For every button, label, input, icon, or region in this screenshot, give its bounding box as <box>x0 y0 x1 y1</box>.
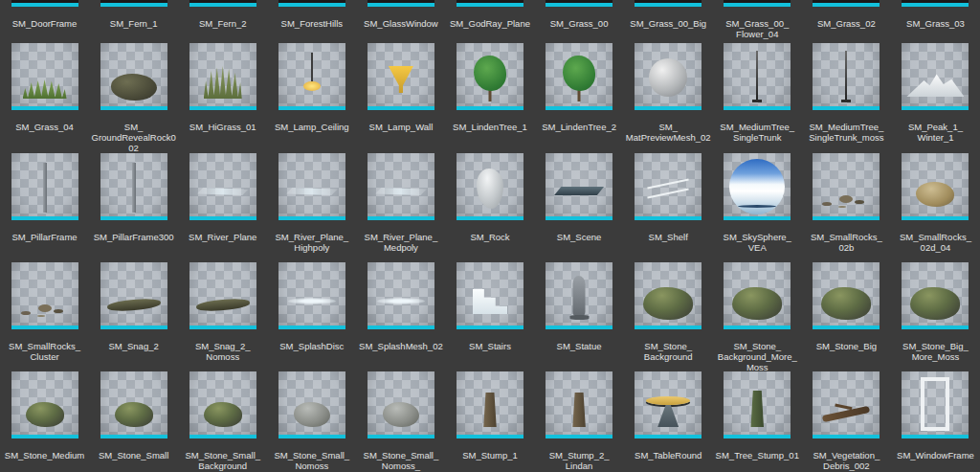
asset-label: SM_​Stone_​Big_​More_​Moss <box>891 341 980 362</box>
asset-thumbnail <box>11 153 78 220</box>
asset-tile[interactable]: SM_​SmallRocks_​Cluster <box>0 262 89 372</box>
asset-thumbnail <box>635 153 702 220</box>
asset-tile[interactable]: SM_​Snag_​2_​Nomoss <box>178 262 267 372</box>
splash-preview-icon <box>288 298 336 304</box>
asset-type-color-bar <box>813 216 880 220</box>
asset-tile[interactable]: SM_​TableRound <box>624 371 713 472</box>
asset-tile[interactable]: SM_​ForestHills <box>267 0 356 39</box>
asset-type-color-bar <box>546 216 612 220</box>
asset-type-color-bar <box>635 435 702 438</box>
peak-preview-icon <box>906 72 964 97</box>
asset-tile[interactable]: SM_​Snag_​2 <box>89 262 178 372</box>
asset-type-color-bar <box>635 106 702 110</box>
asset-label: SM_​Lamp_​Wall <box>368 122 435 132</box>
asset-tile[interactable]: SM_​River_​Plane_​Highpoly <box>267 153 356 253</box>
asset-type-color-bar <box>813 326 880 329</box>
asset-tile[interactable]: SM_​Tree_​Stump_​01 <box>713 371 802 472</box>
asset-tile[interactable]: SM_​Statue <box>535 262 624 372</box>
stump-preview-icon <box>482 393 498 427</box>
asset-tile[interactable]: SM_​LindenTree_​1 <box>445 43 534 153</box>
asset-tile[interactable]: SM_​Vegetation_​Debris_​002 <box>802 371 891 472</box>
asset-tile[interactable]: SM_​SkySphere_​VEA <box>713 153 802 253</box>
asset-tile[interactable]: SM_​WindowFrame <box>891 371 980 472</box>
asset-type-color-bar <box>724 326 791 329</box>
asset-tile[interactable]: SM_​Grass_​00 <box>535 0 624 39</box>
asset-tile[interactable]: SM_​Stone_​Big_​More_​Moss <box>891 262 980 372</box>
asset-type-color-bar <box>11 435 78 438</box>
skysphere-preview-icon <box>729 159 785 214</box>
asset-tile[interactable]: SM_​Stone_​Medium <box>0 371 89 472</box>
asset-label: SM_​TableRound <box>633 450 703 461</box>
asset-type-color-bar <box>100 435 167 438</box>
asset-tile[interactable]: SM_​Stairs <box>445 262 534 372</box>
asset-tile[interactable]: SM_​Stone_​Small_​Nomoss <box>267 371 356 472</box>
asset-tile[interactable]: SM_​Stone_​Background <box>624 262 713 372</box>
asset-tile[interactable]: SM_​Stone_​Background_​More_​Moss <box>713 262 802 372</box>
asset-tile[interactable]: SM_​Grass_​04 <box>0 43 89 153</box>
asset-tile[interactable]: SM_​Grass_​00_​Big <box>624 0 713 39</box>
asset-tile[interactable]: SM_​River_​Plane_​Medpoly <box>356 153 445 253</box>
asset-tile[interactable]: SM_​MediumTree_​SingleTrunk_​moss <box>802 43 891 153</box>
asset-label: SM_​LindenTree_​1 <box>451 122 529 132</box>
asset-tile[interactable]: SM_​HiGrass_​01 <box>178 43 267 153</box>
asset-tile[interactable]: SM_​Stone_​Big <box>802 262 891 372</box>
stairs-preview-icon <box>473 289 507 314</box>
asset-tile[interactable]: SM_​Grass_​03 <box>891 0 980 39</box>
asset-tile[interactable]: SM_​MatPreviewMesh_​02 <box>624 43 713 153</box>
asset-thumbnail <box>278 371 345 438</box>
asset-type-color-bar <box>189 3 256 7</box>
asset-tile[interactable]: SM_​SplashDisc <box>267 262 356 372</box>
asset-tile[interactable]: SM_​GodRay_​Plane <box>445 0 534 39</box>
asset-tile[interactable]: SM_​LindenTree_​2 <box>535 43 624 153</box>
asset-tile[interactable]: SM_​DoorFrame <box>0 0 89 39</box>
asset-label: SM_​Stump_​2_​Lindan <box>535 450 624 471</box>
asset-type-color-bar <box>100 3 167 7</box>
asset-tile[interactable]: SM_​PillarFrame300 <box>89 153 178 253</box>
asset-thumbnail <box>11 43 78 110</box>
asset-label: SM_​PillarFrame <box>10 232 78 242</box>
asset-tile[interactable]: SM_​SplashMesh_​02 <box>356 262 445 372</box>
asset-tile[interactable]: SM_​Grass_​00_​Flower_​04 <box>713 0 802 39</box>
asset-thumbnail <box>368 262 434 329</box>
asset-tile[interactable]: SM_​Shelf <box>624 153 713 253</box>
asset-label: SM_​Stone_​Small_​Nomoss_​Background <box>356 450 445 472</box>
asset-tile[interactable]: SM_​Lamp_​Ceiling <box>267 43 356 153</box>
asset-tile[interactable]: SM_​GlassWindow <box>356 0 445 39</box>
asset-type-color-bar <box>902 435 969 438</box>
asset-tile[interactable]: SM_​Fern_​2 <box>178 0 267 39</box>
asset-tile[interactable]: SM_​Stump_​1 <box>445 371 534 472</box>
rock-gray-preview-icon <box>383 402 419 427</box>
asset-type-color-bar <box>635 3 702 7</box>
asset-tile[interactable]: SM_​Fern_​1 <box>89 0 178 39</box>
asset-thumbnail <box>813 153 880 220</box>
stump-green-preview-icon <box>749 391 765 427</box>
asset-tile[interactable]: SM_​Stone_​Small_​Nomoss_​Background <box>356 371 445 472</box>
asset-label: SM_​Stone_​Background_​More_​Moss <box>713 341 802 372</box>
asset-tile[interactable]: SM_​Lamp_​Wall <box>356 43 445 153</box>
asset-tile[interactable]: SM_​GroundRevealRock002 <box>89 43 178 153</box>
asset-tile[interactable]: SM_​Stone_​Small <box>89 371 178 472</box>
asset-tile[interactable]: SM_​SmallRocks_​02d_​04 <box>891 153 980 253</box>
asset-tile[interactable]: SM_​Scene <box>535 153 624 253</box>
asset-tile[interactable]: SM_​Stone_​Small_​Background <box>178 371 267 472</box>
asset-type-color-bar <box>724 435 791 438</box>
asset-label: SM_​Stone_​Small <box>97 450 170 461</box>
asset-label: SM_​SmallRocks_​02d_​04 <box>891 232 980 253</box>
asset-tile[interactable]: SM_​MediumTree_​SingleTrunk <box>713 43 802 153</box>
asset-tile[interactable]: SM_​Grass_​02 <box>802 0 891 39</box>
plane-preview-icon <box>375 188 427 195</box>
asset-tile[interactable]: SM_​Peak_​1_​Winter_​1 <box>891 43 980 153</box>
asset-type-color-bar <box>100 216 167 220</box>
asset-tile[interactable]: SM_​Rock <box>445 153 534 253</box>
trunk-preview-icon <box>756 51 758 102</box>
asset-type-color-bar <box>546 435 612 438</box>
asset-thumbnail <box>457 371 523 438</box>
asset-tile[interactable]: SM_​SmallRocks_​02b <box>802 153 891 253</box>
asset-type-color-bar <box>11 106 78 110</box>
asset-tile[interactable]: SM_​Stump_​2_​Lindan <box>535 371 624 472</box>
asset-thumbnail <box>902 0 969 7</box>
asset-label: SM_​SplashDisc <box>278 341 345 351</box>
asset-type-color-bar <box>813 106 880 110</box>
asset-tile[interactable]: SM_​PillarFrame <box>0 153 89 253</box>
asset-tile[interactable]: SM_​River_​Plane <box>178 153 267 253</box>
